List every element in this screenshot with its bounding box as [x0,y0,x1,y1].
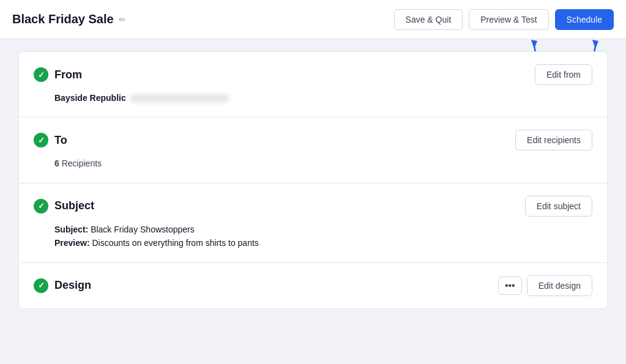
to-section-header: To Edit recipients [34,130,592,150]
schedule-button[interactable]: Schedule [555,9,614,30]
edit-design-button[interactable]: Edit design [527,275,592,296]
header-left: Black Friday Sale ✏ [12,12,126,26]
edit-title-icon[interactable]: ✏ [119,15,126,24]
save-quit-button[interactable]: Save & Quit [394,9,463,30]
design-section-header: Design ••• Edit design [34,275,592,296]
subject-content: Subject: Black Friday Showstoppers Previ… [34,223,592,250]
subject-title: Subject [54,199,94,212]
subject-label: Subject: [54,225,88,234]
edit-subject-button[interactable]: Edit subject [525,196,592,217]
to-title-group: To [34,133,67,147]
to-content: 6 Recipients [34,157,592,170]
from-section-header: From Edit from [34,64,592,85]
header-actions: Save & Quit Preview & Test Schedule [394,9,614,30]
to-title: To [54,134,67,147]
page-title: Black Friday Sale [12,12,114,26]
from-title-group: From [34,67,82,82]
from-check-icon [34,67,48,82]
from-content: Bayside Republic [34,91,592,105]
design-section: Design ••• Edit design [19,263,607,308]
design-title-group: Design [34,278,91,293]
main-content: From Edit from Bayside Republic To Edit … [0,39,626,321]
edit-recipients-button[interactable]: Edit recipients [515,130,592,150]
from-section: From Edit from Bayside Republic [19,52,607,117]
subject-section-header: Subject Edit subject [34,196,592,217]
to-section: To Edit recipients 6 Recipients [19,117,607,183]
to-check-icon [34,133,48,147]
preview-label: Preview: [54,238,90,248]
preview-value: Discounts on everything from shirts to p… [92,238,258,248]
edit-from-button[interactable]: Edit from [535,64,592,85]
design-actions: ••• Edit design [498,275,592,296]
design-more-button[interactable]: ••• [498,277,522,295]
preview-test-button[interactable]: Preview & Test [469,9,548,30]
subject-title-group: Subject [34,199,94,214]
preview-line: Preview: Discounts on everything from sh… [54,236,592,250]
sender-email-blurred [131,94,229,103]
campaign-settings-card: From Edit from Bayside Republic To Edit … [18,51,608,309]
from-title: From [54,69,82,81]
recipients-count: 6 Recipients [54,158,102,168]
subject-section: Subject Edit subject Subject: Black Frid… [19,184,607,263]
design-check-icon [34,278,48,293]
subject-line: Subject: Black Friday Showstoppers [54,223,592,236]
design-title: Design [54,279,91,292]
sender-name: Bayside Republic [54,93,126,103]
page-header: Black Friday Sale ✏ Save & Quit Preview … [0,0,626,39]
subject-check-icon [34,199,48,214]
subject-value: Black Friday Showstoppers [91,225,195,234]
